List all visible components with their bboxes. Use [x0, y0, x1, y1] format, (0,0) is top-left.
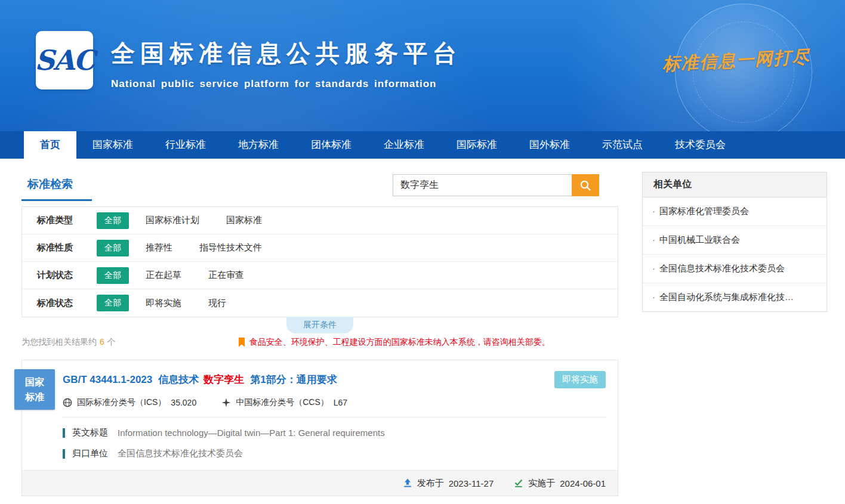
ics-value: 35.020 [171, 398, 196, 407]
search-button[interactable] [572, 174, 599, 196]
search-box [393, 174, 599, 196]
result-count: 为您找到相关结果约6个 [21, 337, 116, 348]
filter-option[interactable]: 正在审查 [208, 270, 244, 281]
dept-label: 归口单位 [72, 448, 108, 459]
filter-label: 标准性质 [37, 242, 97, 253]
result-card-footer: 发布于 2023-11-27 实施于 2024-06-01 [22, 470, 618, 496]
standard-title-highlight[interactable]: 数字孪生 [203, 373, 244, 386]
nav-item-local-standards[interactable]: 地方标准 [222, 131, 295, 159]
nav-item-national-standards[interactable]: 国家标准 [76, 131, 149, 159]
implement-date: 2024-06-01 [560, 478, 606, 488]
page: SAC 全国标准信息公共服务平台 National public service… [0, 0, 845, 504]
english-title-row: 英文标题 Information technology—Digital twin… [63, 427, 606, 438]
system-notice: 食品安全、环境保护、工程建设方面的国家标准未纳入本系统，请咨询相关部委。 [238, 337, 550, 348]
standard-title-row: GB/T 43441.1-2023 信息技术 数字孪生 第1部分：通用要求 即将… [63, 371, 606, 388]
content-column: 标准检索 标准类型 全部 国家标准计划 国家标准 [21, 172, 618, 496]
filter-all-button[interactable]: 全部 [97, 267, 129, 284]
implement-date-group: 实施于 2024-06-01 [514, 478, 606, 489]
sidebar: 相关单位 国家标准化管理委员会 中国机械工业联合会 全国信息技术标准化技术委员会… [642, 172, 827, 312]
nav-item-technical-committee[interactable]: 技术委员会 [659, 131, 742, 159]
ccs-group: 中国标准分类号（CCS） L67 [221, 397, 347, 408]
filter-all-button[interactable]: 全部 [97, 212, 129, 229]
related-units-title: 相关单位 [643, 172, 827, 197]
sidebar-item-sac[interactable]: 国家标准化管理委员会 [643, 197, 827, 226]
result-card: 国家 标准 GB/T 43441.1-2023 信息技术 数字孪生 第1部分：通… [21, 360, 618, 496]
compass-icon [221, 398, 231, 407]
filter-option[interactable]: 国家标准 [226, 215, 262, 226]
publish-date: 2023-11-27 [449, 478, 494, 488]
filter-option[interactable]: 指导性技术文件 [199, 242, 262, 253]
expand-conditions-wrap: 展开条件 [21, 317, 618, 332]
filter-option[interactable]: 推荐性 [146, 242, 172, 253]
status-badge: 即将实施 [554, 371, 606, 388]
dept-value: 全国信息技术标准化技术委员会 [118, 448, 243, 459]
filter-option[interactable]: 国家标准计划 [146, 215, 199, 226]
nav-item-enterprise-standards[interactable]: 企业标准 [368, 131, 440, 159]
classification-row: 国际标准分类号（ICS） 35.020 中国标准分类号（CCS） L67 [63, 397, 606, 418]
nav-item-pilot[interactable]: 示范试点 [586, 131, 659, 159]
standard-title-part2[interactable]: 第1部分：通用要求 [250, 373, 337, 386]
filter-row-standard-status: 标准状态 全部 即将实施 现行 [22, 289, 618, 317]
globe-icon [63, 398, 72, 407]
national-standard-badge: 国家 标准 [14, 369, 55, 410]
publish-label: 发布于 [417, 478, 444, 489]
filter-row-standard-type: 标准类型 全部 国家标准计划 国家标准 [22, 207, 618, 234]
result-count-suffix: 个 [107, 337, 116, 347]
filter-label: 计划状态 [37, 270, 97, 281]
sac-logo[interactable]: SAC [36, 31, 93, 89]
search-input[interactable] [393, 174, 572, 196]
nav-item-group-standards[interactable]: 团体标准 [295, 131, 368, 159]
result-card-body: GB/T 43441.1-2023 信息技术 数字孪生 第1部分：通用要求 即将… [22, 360, 618, 459]
result-count-prefix: 为您找到相关结果约 [21, 337, 97, 347]
tab-standard-search[interactable]: 标准检索 [21, 172, 92, 201]
result-count-number: 6 [100, 337, 104, 347]
notice-bookmark-icon [238, 338, 245, 347]
badge-line2: 标准 [14, 389, 55, 404]
site-header: SAC 全国标准信息公共服务平台 National public service… [0, 0, 845, 131]
publish-icon [403, 478, 412, 488]
english-title-label: 英文标题 [72, 427, 108, 438]
standard-title-part1[interactable]: 信息技术 [158, 373, 199, 386]
sidebar-item-it-standard-committee[interactable]: 全国信息技术标准化技术委员会 [643, 255, 827, 283]
filter-option[interactable]: 正在起草 [146, 270, 181, 281]
nav-item-home[interactable]: 首页 [24, 131, 76, 159]
site-title: 全国标准信息公共服务平台 [111, 37, 462, 70]
ccs-label: 中国标准分类号（CCS） [236, 397, 329, 408]
main-area: 标准检索 标准类型 全部 国家标准计划 国家标准 [0, 159, 845, 504]
ics-group: 国际标准分类号（ICS） 35.020 [63, 397, 196, 408]
sac-logo-text: SAC [35, 44, 94, 76]
filter-label: 标准类型 [37, 215, 97, 226]
filter-panel: 标准类型 全部 国家标准计划 国家标准 标准性质 全部 推荐性 指导性技术文件 … [21, 206, 618, 317]
main-nav: 首页 国家标准 行业标准 地方标准 团体标准 企业标准 国际标准 国外标准 示范… [0, 131, 845, 159]
publish-date-group: 发布于 2023-11-27 [403, 478, 494, 489]
search-icon [579, 180, 591, 191]
search-row: 标准检索 [21, 172, 618, 206]
filter-row-standard-nature: 标准性质 全部 推荐性 指导性技术文件 [22, 234, 618, 262]
site-title-block: 全国标准信息公共服务平台 National public service pla… [111, 37, 462, 90]
standard-code-link[interactable]: GB/T 43441.1-2023 [63, 374, 152, 386]
badge-line1: 国家 [14, 375, 55, 389]
filter-all-button[interactable]: 全部 [97, 295, 129, 311]
ics-label: 国际标准分类号（ICS） [77, 397, 166, 408]
site-subtitle: National public service platform for sta… [111, 78, 462, 90]
filter-option[interactable]: 即将实施 [146, 298, 181, 309]
filter-label: 标准状态 [37, 298, 97, 309]
sidebar-item-automation-committee[interactable]: 全国自动化系统与集成标准化技… [643, 283, 827, 311]
implement-label: 实施于 [528, 478, 555, 489]
nav-item-industry-standards[interactable]: 行业标准 [149, 131, 222, 159]
dept-row: 归口单位 全国信息技术标准化技术委员会 [63, 448, 606, 459]
ccs-value: L67 [334, 398, 347, 407]
filter-option[interactable]: 现行 [208, 298, 226, 309]
expand-conditions-button[interactable]: 展开条件 [286, 317, 353, 333]
row-marker-bar [63, 449, 65, 459]
nav-item-foreign-standards[interactable]: 国外标准 [513, 131, 586, 159]
sidebar-item-machinery-federation[interactable]: 中国机械工业联合会 [643, 226, 827, 255]
implement-check-icon [514, 478, 523, 488]
results-info-row: 为您找到相关结果约6个 食品安全、环境保护、工程建设方面的国家标准未纳入本系统，… [21, 337, 618, 348]
filter-all-button[interactable]: 全部 [97, 240, 129, 256]
related-units-box: 相关单位 国家标准化管理委员会 中国机械工业联合会 全国信息技术标准化技术委员会… [642, 172, 827, 312]
nav-item-international-standards[interactable]: 国际标准 [440, 131, 513, 159]
notice-text: 食品安全、环境保护、工程建设方面的国家标准未纳入本系统，请咨询相关部委。 [249, 337, 550, 348]
english-title-value: Information technology—Digital twin—Part… [118, 428, 385, 438]
filter-row-plan-status: 计划状态 全部 正在起草 正在审查 [22, 262, 618, 289]
